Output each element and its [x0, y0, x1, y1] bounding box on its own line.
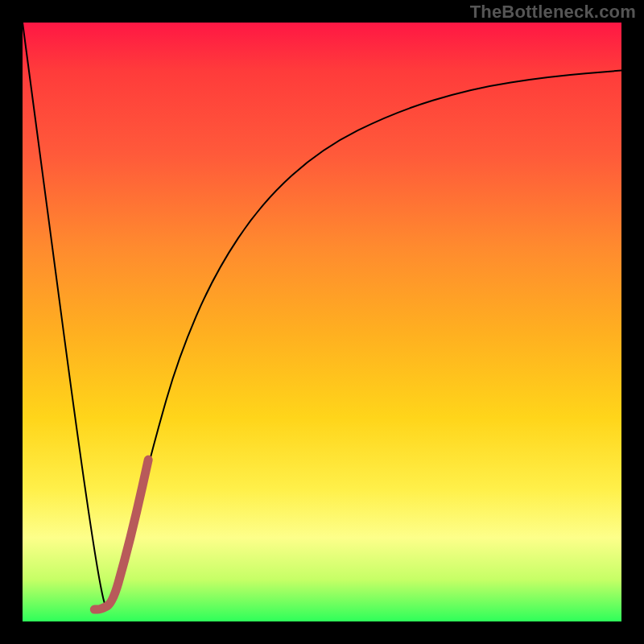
- chart-svg: [23, 23, 621, 621]
- watermark-text: TheBottleneck.com: [470, 2, 636, 23]
- chart-container: TheBottleneck.com: [0, 0, 644, 644]
- bottleneck-curve: [23, 23, 621, 606]
- plot-area: [23, 23, 621, 621]
- highlight-segment: [94, 460, 148, 609]
